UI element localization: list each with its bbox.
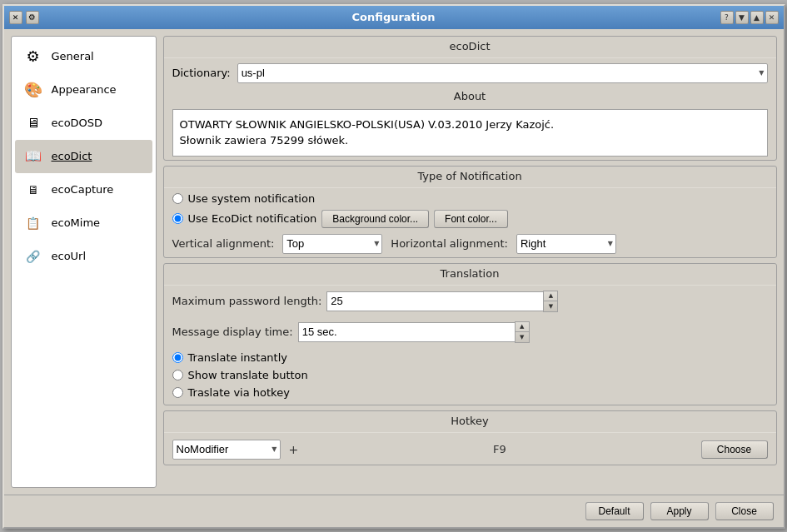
window-title: Configuration xyxy=(352,11,436,23)
hotkey-key-display: F9 xyxy=(306,443,692,455)
appearance-icon: 🎨 xyxy=(22,78,45,102)
ecourl-icon: 🔗 xyxy=(22,245,45,268)
titlebar-left: ✕ ⚙ xyxy=(9,11,39,24)
hotkey-translate-label: Traslate via hotkey xyxy=(188,386,290,399)
sidebar-item-ecomime[interactable]: 📋 ecoMime xyxy=(15,206,152,240)
max-password-spinbox: ▲ ▼ xyxy=(326,291,558,312)
about-line2: Słownik zawiera 75299 słówek. xyxy=(180,132,760,149)
max-password-input[interactable] xyxy=(326,291,543,311)
use-system-label: Use system notification xyxy=(188,192,316,205)
ecodict-icon: 📖 xyxy=(22,145,45,168)
titlebar: ✕ ⚙ Configuration ? ▼ ▲ ✕ xyxy=(4,6,784,29)
ecodosd-icon: 🖥 xyxy=(22,112,45,135)
notification-title: Type of Notification xyxy=(164,167,776,186)
default-button[interactable]: Default xyxy=(585,502,644,520)
about-text-box: OTWARTY SŁOWNIK ANGIELSKO-POLSKI(USA) V.… xyxy=(172,109,768,157)
max-password-down-btn[interactable]: ▼ xyxy=(544,301,557,311)
close-button[interactable]: Close xyxy=(715,502,774,520)
sidebar-label-ecodict: ecoDict xyxy=(52,150,92,162)
message-display-spinbox-btns: ▲ ▼ xyxy=(515,321,530,343)
sidebar-label-ecomime: ecoMime xyxy=(52,216,101,229)
vertical-select[interactable]: Top Middle Bottom xyxy=(282,234,382,254)
message-display-input[interactable] xyxy=(298,322,515,342)
dictionary-row: Dictionary: us-pl xyxy=(164,60,776,87)
about-header: About xyxy=(164,87,776,106)
vertical-label: Vertical alignment: xyxy=(172,237,275,250)
max-password-row: Maximum password length: ▲ ▼ xyxy=(164,287,776,316)
titlebar-max-btn[interactable]: ▲ xyxy=(750,11,764,24)
main-window: ✕ ⚙ Configuration ? ▼ ▲ ✕ ⚙ General 🎨 Ap… xyxy=(2,4,785,529)
sidebar-label-ecourl: ecoUrl xyxy=(52,250,87,262)
horizontal-select-wrapper: Left Center Right xyxy=(516,234,616,254)
hotkey-box: Hotkey NoModifier Ctrl Alt Shift + F9 Ch… xyxy=(163,410,777,465)
translate-instantly-row: Translate instantly xyxy=(164,349,776,366)
hotkey-translate-radio[interactable] xyxy=(172,387,183,398)
hotkey-translate-row: Traslate via hotkey xyxy=(164,384,776,401)
ecocapture-icon: 🖥 xyxy=(22,178,45,201)
vertical-select-wrapper: Top Middle Bottom xyxy=(282,234,382,254)
message-display-down-btn[interactable]: ▼ xyxy=(516,332,529,342)
main-content: ⚙ General 🎨 Appearance 🖥 ecoDOSD 📖 ecoDi… xyxy=(4,29,784,495)
sidebar-item-ecodict[interactable]: 📖 ecoDict xyxy=(15,140,152,173)
right-panel: ecoDict Dictionary: us-pl About OTWARTY … xyxy=(163,36,777,488)
bg-color-button[interactable]: Background color... xyxy=(321,210,429,228)
translate-instantly-radio[interactable] xyxy=(172,352,183,363)
hotkey-title: Hotkey xyxy=(164,411,776,430)
general-icon: ⚙ xyxy=(22,45,45,68)
use-system-radio[interactable] xyxy=(172,193,183,204)
sidebar-item-appearance[interactable]: 🎨 Appearance xyxy=(15,73,152,107)
sidebar-label-general: General xyxy=(52,50,94,62)
about-line1: OTWARTY SŁOWNIK ANGIELSKO-POLSKI(USA) V.… xyxy=(180,117,760,133)
font-color-button[interactable]: Font color... xyxy=(434,210,508,228)
plus-sign: + xyxy=(289,443,299,456)
sidebar-label-appearance: Appearance xyxy=(52,83,117,96)
show-translate-label: Show translate button xyxy=(188,369,308,381)
hotkey-body: NoModifier Ctrl Alt Shift + F9 Choose xyxy=(164,435,776,465)
horizontal-label: Horizontal alignment: xyxy=(391,237,508,250)
use-ecodict-radio-row: Use EcoDict notification Background colo… xyxy=(164,207,776,231)
apply-button[interactable]: Apply xyxy=(650,502,709,520)
sidebar-item-general[interactable]: ⚙ General xyxy=(15,40,152,73)
modifier-select-wrapper: NoModifier Ctrl Alt Shift xyxy=(172,440,281,460)
max-password-spinbox-btns: ▲ ▼ xyxy=(543,291,558,312)
use-system-radio-row: Use system notification xyxy=(164,190,776,207)
notification-box: Type of Notification Use system notifica… xyxy=(163,166,777,258)
dictionary-label: Dictionary: xyxy=(172,67,231,79)
max-password-label: Maximum password length: xyxy=(172,295,322,307)
titlebar-right: ? ▼ ▲ ✕ xyxy=(720,11,779,24)
max-password-up-btn[interactable]: ▲ xyxy=(544,291,557,301)
sidebar-label-ecodosd: ecoDOSD xyxy=(52,117,103,129)
titlebar-min-btn[interactable]: ▼ xyxy=(735,11,749,24)
use-ecodict-label: Use EcoDict notification xyxy=(188,212,317,225)
sidebar-item-ecourl[interactable]: 🔗 ecoUrl xyxy=(15,240,152,273)
sidebar-item-ecodosd[interactable]: 🖥 ecoDOSD xyxy=(15,107,152,140)
translate-instantly-label: Translate instantly xyxy=(188,351,288,364)
choose-button[interactable]: Choose xyxy=(701,440,768,459)
alignment-row: Vertical alignment: Top Middle Bottom Ho… xyxy=(164,231,776,257)
sidebar-item-ecocapture[interactable]: 🖥 ecoCapture xyxy=(15,173,152,206)
use-ecodict-radio[interactable] xyxy=(172,213,183,224)
dictionary-select[interactable]: us-pl xyxy=(237,63,768,83)
show-translate-radio[interactable] xyxy=(172,370,183,380)
dictionary-select-wrapper: us-pl xyxy=(237,63,768,83)
sidebar: ⚙ General 🎨 Appearance 🖥 ecoDOSD 📖 ecoDi… xyxy=(11,36,157,488)
ecodict-title: ecoDict xyxy=(164,37,776,56)
titlebar-help-btn[interactable]: ? xyxy=(720,11,734,24)
horizontal-select[interactable]: Left Center Right xyxy=(516,234,616,254)
titlebar-icon: ⚙ xyxy=(26,11,39,24)
ecodict-box: ecoDict Dictionary: us-pl About OTWARTY … xyxy=(163,36,777,161)
modifier-select[interactable]: NoModifier Ctrl Alt Shift xyxy=(172,440,281,460)
message-display-up-btn[interactable]: ▲ xyxy=(516,322,529,332)
show-translate-row: Show translate button xyxy=(164,366,776,384)
message-display-label: Message display time: xyxy=(172,326,293,338)
sidebar-label-ecocapture: ecoCapture xyxy=(52,183,114,196)
message-display-row: Message display time: ▲ ▼ xyxy=(164,320,776,345)
translation-title: Translation xyxy=(164,264,776,283)
footer: Default Apply Close xyxy=(4,495,784,527)
titlebar-window-close-btn[interactable]: ✕ xyxy=(765,11,779,24)
titlebar-close-btn[interactable]: ✕ xyxy=(9,11,22,24)
message-display-spinbox: ▲ ▼ xyxy=(298,321,530,343)
translation-box: Translation Maximum password length: ▲ ▼… xyxy=(163,263,777,405)
ecomime-icon: 📋 xyxy=(22,211,45,235)
